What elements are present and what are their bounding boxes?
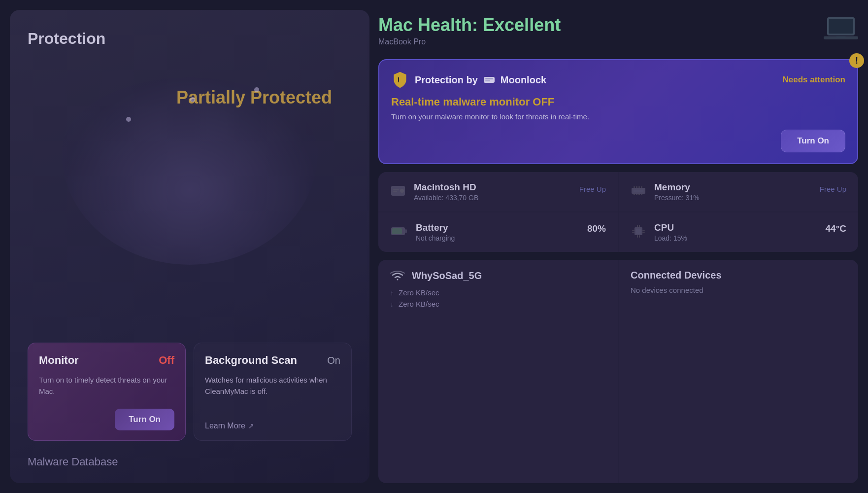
svg-rect-3 bbox=[836, 36, 846, 38]
svg-rect-15 bbox=[638, 186, 640, 188]
banner-alert-desc: Turn on your malware monitor to look for… bbox=[391, 112, 845, 121]
bg-scan-header: Background Scan On bbox=[205, 354, 340, 367]
svg-rect-1 bbox=[829, 19, 853, 34]
learn-more-link[interactable]: Learn More ↗ bbox=[205, 422, 340, 430]
right-panel: Mac Health: Excellent MacBook Pro ! ! Pr… bbox=[378, 10, 858, 483]
stat-cell-memory: Memory Pressure: 31% Free Up bbox=[619, 172, 858, 211]
svg-rect-14 bbox=[636, 186, 637, 188]
stat-cpu-header: CPU Load: 15% 44°C bbox=[631, 222, 846, 242]
svg-rect-27 bbox=[637, 225, 638, 227]
stat-cpu-inner: CPU Load: 15% bbox=[631, 222, 687, 242]
upload-arrow-icon: ↑ bbox=[390, 289, 394, 297]
bg-scan-status: On bbox=[327, 355, 340, 366]
stat-battery-inner: Battery Not charging bbox=[390, 222, 455, 242]
stat-disk-inner: Macintosh HD Available: 433,70 GB bbox=[390, 182, 478, 202]
dot-2 bbox=[190, 97, 195, 102]
svg-rect-16 bbox=[641, 186, 642, 188]
bg-scan-desc: Watches for malicious activities when Cl… bbox=[205, 375, 340, 397]
battery-title: Battery bbox=[416, 222, 455, 233]
stat-cell-disk: Macintosh HD Available: 433,70 GB Free U… bbox=[378, 172, 618, 211]
svg-rect-21 bbox=[634, 190, 643, 192]
left-panel: Protection Partially Protected Monitor O… bbox=[10, 10, 369, 483]
stat-memory-header: Memory Pressure: 31% Free Up bbox=[631, 182, 846, 202]
bg-scan-title: Background Scan bbox=[205, 354, 297, 367]
svg-rect-32 bbox=[632, 232, 634, 233]
cpu-value: 44°C bbox=[826, 223, 846, 234]
stat-cell-cpu: CPU Load: 15% 44°C bbox=[619, 212, 858, 252]
monitor-turn-on-button[interactable]: Turn On bbox=[115, 409, 174, 430]
malware-db-label: Malware Database bbox=[28, 456, 352, 468]
svg-text:!: ! bbox=[398, 76, 400, 84]
stats-grid: Macintosh HD Available: 433,70 GB Free U… bbox=[378, 172, 858, 252]
mac-health-info: Mac Health: Excellent MacBook Pro bbox=[378, 15, 561, 46]
monitor-card: Monitor Off Turn on to timely detect thr… bbox=[28, 343, 186, 441]
svg-rect-30 bbox=[639, 235, 640, 238]
cpu-info: CPU Load: 15% bbox=[654, 222, 687, 242]
no-devices-label: No devices connected bbox=[631, 286, 846, 294]
cpu-sub: Load: 15% bbox=[654, 234, 687, 242]
stat-battery-header: Battery Not charging 80% bbox=[390, 222, 606, 242]
download-speed: Zero KB/sec bbox=[399, 300, 439, 308]
stat-memory-inner: Memory Pressure: 31% bbox=[631, 182, 700, 202]
svg-rect-18 bbox=[636, 194, 637, 195]
learn-more-arrow-icon: ↗ bbox=[248, 422, 254, 430]
protection-banner: ! ! Protection by Moonlock Needs attenti… bbox=[378, 59, 858, 164]
mac-health-header: Mac Health: Excellent MacBook Pro bbox=[378, 10, 858, 51]
download-row: ↓ Zero KB/sec bbox=[390, 300, 606, 308]
svg-rect-26 bbox=[636, 229, 641, 234]
svg-rect-34 bbox=[642, 232, 645, 233]
svg-rect-33 bbox=[642, 230, 645, 231]
battery-sub: Not charging bbox=[416, 234, 455, 242]
left-panel-title: Protection bbox=[28, 30, 352, 48]
cpu-title: CPU bbox=[654, 222, 687, 233]
mac-health-title: Mac Health: Excellent bbox=[378, 15, 561, 35]
banner-alert-title: Real-time malware monitor OFF bbox=[391, 96, 845, 108]
blob-area: Partially Protected bbox=[28, 58, 352, 333]
upload-speed: Zero KB/sec bbox=[399, 288, 439, 297]
monitor-desc: Turn on to timely detect threats on your… bbox=[39, 375, 174, 397]
svg-rect-13 bbox=[634, 186, 635, 188]
stat-cell-battery: Battery Not charging 80% bbox=[378, 212, 618, 252]
cpu-icon bbox=[631, 223, 646, 239]
disk-info: Macintosh HD Available: 433,70 GB bbox=[414, 182, 478, 202]
battery-value: 80% bbox=[587, 223, 606, 234]
disk-icon bbox=[390, 183, 406, 199]
svg-rect-5 bbox=[484, 77, 495, 83]
brand-name: Moonlock bbox=[501, 74, 546, 86]
wifi-name: WhySoSad_5G bbox=[412, 270, 482, 282]
banner-brand: ! Protection by Moonlock bbox=[391, 71, 546, 89]
memory-free-up[interactable]: Free Up bbox=[820, 185, 846, 193]
svg-rect-19 bbox=[638, 194, 640, 195]
svg-rect-29 bbox=[637, 235, 638, 238]
brand-label: Protection by bbox=[415, 74, 478, 86]
battery-icon bbox=[390, 223, 408, 239]
learn-more-label: Learn More bbox=[205, 422, 245, 430]
dot-3 bbox=[254, 87, 259, 92]
connected-devices-title: Connected Devices bbox=[631, 270, 846, 281]
memory-sub: Pressure: 31% bbox=[654, 194, 700, 202]
banner-turn-on-button[interactable]: Turn On bbox=[781, 130, 845, 152]
battery-info: Battery Not charging bbox=[416, 222, 455, 242]
laptop-icon bbox=[824, 15, 858, 44]
memory-info: Memory Pressure: 31% bbox=[654, 182, 700, 202]
memory-icon bbox=[631, 183, 646, 199]
moonlock-logo-icon bbox=[484, 75, 495, 84]
mac-device-name: MacBook Pro bbox=[378, 37, 561, 46]
svg-rect-10 bbox=[393, 189, 399, 190]
svg-rect-20 bbox=[641, 194, 642, 195]
svg-rect-24 bbox=[392, 228, 402, 234]
monitor-card-header: Monitor Off bbox=[39, 354, 174, 367]
svg-rect-23 bbox=[405, 229, 407, 233]
svg-rect-6 bbox=[485, 78, 493, 79]
svg-rect-31 bbox=[632, 230, 634, 231]
monitor-status: Off bbox=[159, 354, 174, 367]
mac-health-status: Excellent bbox=[483, 15, 561, 35]
disk-free-up[interactable]: Free Up bbox=[579, 185, 606, 193]
svg-rect-11 bbox=[393, 191, 397, 192]
disk-title: Macintosh HD bbox=[414, 182, 478, 193]
background-scan-card: Background Scan On Watches for malicious… bbox=[194, 343, 352, 441]
svg-rect-17 bbox=[634, 194, 635, 195]
wifi-icon bbox=[390, 270, 405, 282]
stat-disk-header: Macintosh HD Available: 433,70 GB Free U… bbox=[390, 182, 606, 202]
network-section: WhySoSad_5G ↑ Zero KB/sec ↓ Zero KB/sec … bbox=[378, 260, 858, 483]
